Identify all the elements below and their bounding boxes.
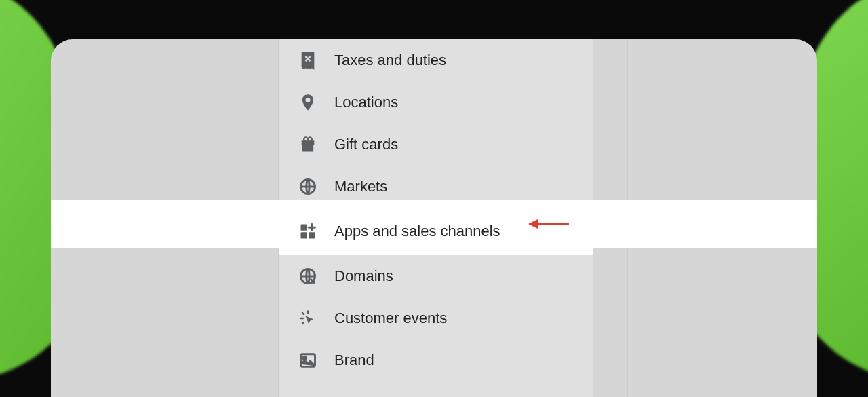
globe-arrow-icon <box>298 266 318 286</box>
location-icon <box>298 92 318 113</box>
sidebar-item-label: Locations <box>334 94 398 111</box>
sidebar-item-taxes[interactable]: Taxes and duties <box>279 39 593 81</box>
annotation-arrow <box>527 216 570 232</box>
sidebar-item-brand[interactable]: Brand <box>279 339 593 381</box>
sidebar-item-events[interactable]: Customer events <box>279 297 593 339</box>
cursor-click-icon <box>298 308 318 328</box>
image-icon <box>298 350 318 371</box>
apps-icon <box>298 221 318 242</box>
sidebar-item-markets[interactable]: Markets <box>279 166 593 208</box>
settings-menu-list: Taxes and duties Locations Gift cards <box>279 39 593 381</box>
sidebar-item-domains[interactable]: Domains <box>279 255 593 297</box>
sidebar-item-label: Markets <box>334 178 387 195</box>
svg-rect-3 <box>301 232 307 238</box>
svg-rect-4 <box>309 232 315 238</box>
svg-marker-9 <box>528 219 538 229</box>
gift-icon <box>298 134 318 155</box>
sidebar-item-label: Customer events <box>334 309 447 327</box>
sidebar-item-label: Taxes and duties <box>334 52 446 69</box>
globe-icon <box>298 176 318 197</box>
settings-panel: Taxes and duties Locations Gift cards <box>51 39 817 397</box>
sidebar-item-label: Gift cards <box>334 136 398 153</box>
receipt-icon <box>298 50 318 71</box>
svg-rect-2 <box>301 225 307 231</box>
sidebar-item-label: Brand <box>334 352 374 369</box>
sidebar-item-label: Apps and sales channels <box>334 223 500 240</box>
sidebar-item-giftcards[interactable]: Gift cards <box>279 124 593 166</box>
sidebar-item-label: Domains <box>334 267 393 285</box>
sidebar-item-locations[interactable]: Locations <box>279 81 593 124</box>
